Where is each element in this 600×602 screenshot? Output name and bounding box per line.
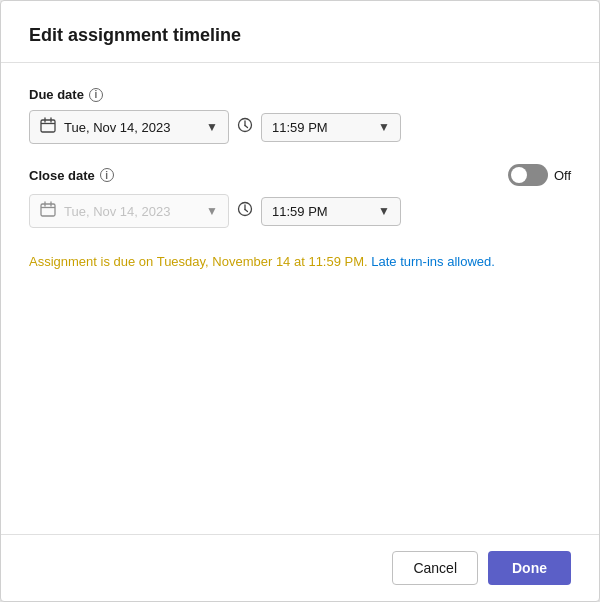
- close-date-chevron: ▼: [206, 204, 218, 218]
- close-date-controls: Tue, Nov 14, 2023 ▼ 11:59 PM ▼: [29, 194, 571, 228]
- calendar-icon-due: [40, 117, 56, 137]
- done-button[interactable]: Done: [488, 551, 571, 585]
- close-date-label-row: Close date i Off: [29, 164, 571, 186]
- close-date-toggle[interactable]: [508, 164, 548, 186]
- cancel-button[interactable]: Cancel: [392, 551, 478, 585]
- calendar-icon-close: [40, 201, 56, 221]
- summary-main: Assignment is due on Tuesday, November 1…: [29, 254, 368, 269]
- svg-line-6: [245, 126, 248, 128]
- due-date-info-icon[interactable]: i: [89, 88, 103, 102]
- edit-timeline-dialog: Edit assignment timeline Due date i: [0, 0, 600, 602]
- summary-late: Late turn-ins allowed.: [368, 254, 495, 269]
- close-date-section: Close date i Off: [29, 164, 571, 228]
- dialog-footer: Cancel Done: [1, 534, 599, 601]
- close-date-info-icon[interactable]: i: [100, 168, 114, 182]
- dialog-title: Edit assignment timeline: [29, 25, 571, 46]
- svg-rect-7: [41, 204, 55, 216]
- dialog-header: Edit assignment timeline: [1, 1, 599, 63]
- due-time-value: 11:59 PM: [272, 120, 366, 135]
- close-date-picker[interactable]: Tue, Nov 14, 2023 ▼: [29, 194, 229, 228]
- due-date-value: Tue, Nov 14, 2023: [64, 120, 194, 135]
- svg-rect-0: [41, 120, 55, 132]
- dialog-body: Due date i Tue, Nov 14, 2023 ▼: [1, 63, 599, 534]
- due-date-label: Due date i: [29, 87, 103, 102]
- clock-icon-due: [237, 117, 253, 137]
- svg-line-13: [245, 210, 248, 212]
- due-date-section: Due date i Tue, Nov 14, 2023 ▼: [29, 87, 571, 144]
- close-time-value: 11:59 PM: [272, 204, 366, 219]
- summary-text: Assignment is due on Tuesday, November 1…: [29, 252, 571, 272]
- due-date-picker[interactable]: Tue, Nov 14, 2023 ▼: [29, 110, 229, 144]
- due-date-label-row: Due date i: [29, 87, 571, 102]
- close-date-label: Close date i: [29, 168, 114, 183]
- close-time-chevron: ▼: [378, 204, 390, 218]
- close-time-picker[interactable]: 11:59 PM ▼: [261, 197, 401, 226]
- close-date-placeholder: Tue, Nov 14, 2023: [64, 204, 194, 219]
- toggle-track: [508, 164, 548, 186]
- toggle-thumb: [511, 167, 527, 183]
- due-date-controls: Tue, Nov 14, 2023 ▼ 11:59 PM ▼: [29, 110, 571, 144]
- toggle-state-label: Off: [554, 168, 571, 183]
- close-date-toggle-container: Off: [508, 164, 571, 186]
- due-time-picker[interactable]: 11:59 PM ▼: [261, 113, 401, 142]
- clock-icon-close: [237, 201, 253, 221]
- due-time-chevron: ▼: [378, 120, 390, 134]
- due-date-chevron: ▼: [206, 120, 218, 134]
